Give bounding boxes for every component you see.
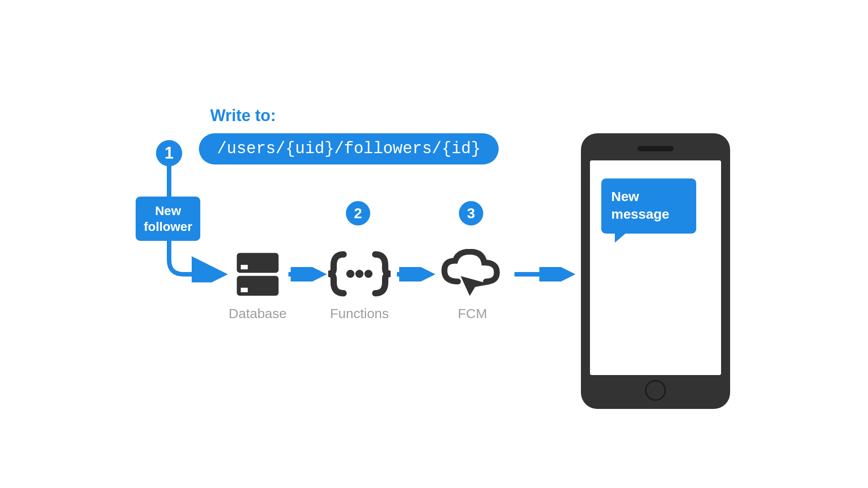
svg-rect-4 <box>241 288 248 292</box>
database-label: Database <box>228 306 287 321</box>
phone-speaker <box>637 146 674 151</box>
phone-home-button <box>645 380 666 401</box>
new-follower-line2: follower <box>144 219 192 235</box>
svg-rect-2 <box>241 265 248 269</box>
database-icon <box>233 249 283 299</box>
new-follower-line1: New <box>144 203 192 219</box>
functions-label: Functions <box>326 306 393 321</box>
fcm-node: FCM <box>436 249 509 321</box>
diagram-canvas: Write to: 1 /users/{uid}/followers/{id} … <box>108 61 760 427</box>
step-badge-3: 3 <box>459 201 483 225</box>
svg-rect-3 <box>237 276 278 296</box>
functions-icon <box>326 249 393 299</box>
notification-line1: New <box>611 188 686 205</box>
arrow-fcm-phone <box>514 267 576 282</box>
phone-device: New message <box>581 133 730 409</box>
svg-point-7 <box>355 270 363 278</box>
phone-screen: New message <box>590 160 721 375</box>
arrow-newfollower-database <box>165 237 229 282</box>
svg-point-6 <box>346 270 354 278</box>
new-follower-box: New follower <box>136 197 200 241</box>
notification-line2: message <box>611 205 686 223</box>
svg-point-8 <box>364 270 373 278</box>
database-node: Database <box>228 249 287 321</box>
step-badge-1: 1 <box>156 140 182 166</box>
write-to-label: Write to: <box>210 106 276 125</box>
notification-bubble: New message <box>601 178 696 234</box>
connector-step1-newfollower <box>165 164 173 200</box>
fcm-label: FCM <box>436 306 509 321</box>
svg-rect-1 <box>237 253 278 273</box>
database-path-pill: /users/{uid}/followers/{id} <box>199 133 499 164</box>
step-badge-2: 2 <box>346 201 370 225</box>
arrow-functions-fcm <box>397 267 435 282</box>
arrow-database-functions <box>288 267 327 282</box>
functions-node: Functions <box>326 249 393 321</box>
fcm-cloud-send-icon <box>436 249 509 299</box>
